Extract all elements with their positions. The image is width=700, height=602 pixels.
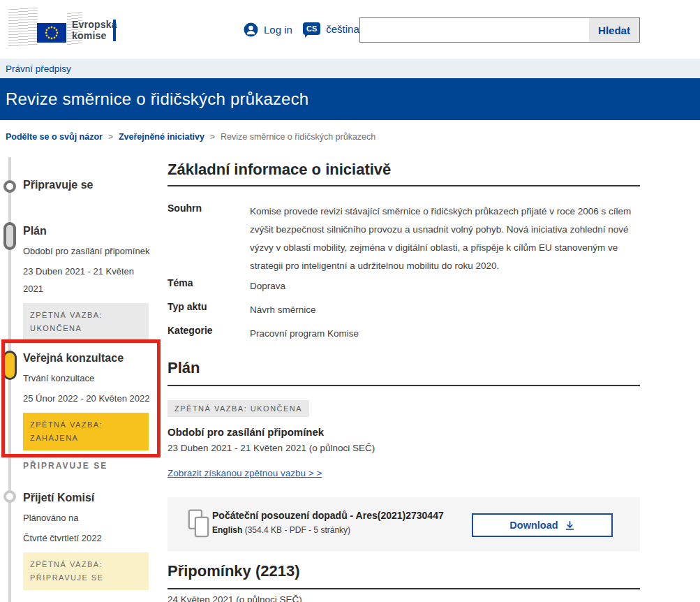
- feedback-closed-badge: ZPĚTNÁ VAZBA: UKONČENA: [167, 400, 309, 417]
- feedback-status-badge: ZPĚTNÁ VAZBA: UKONČENA: [23, 303, 149, 341]
- feedback-period-dates: 23 Duben 2021 - 21 Květen 2021 (o půlnoc…: [167, 443, 375, 453]
- stage-subtitle: Období pro zasílání připomínek: [23, 246, 150, 256]
- badge-line1: ZPĚTNÁ VAZBA:: [30, 420, 103, 429]
- summary-text: Komise provede revizi stávající směrnice…: [250, 203, 640, 275]
- feedback-status-badge: ZPĚTNÁ VAZBA: PŘIPRAVUJE SE: [23, 552, 149, 590]
- summary-label: Souhrn: [167, 203, 250, 214]
- act-type-value: Návrh směrnice: [250, 301, 640, 319]
- document-title: Počáteční posouzení dopadů - Ares(2021)2…: [212, 510, 444, 521]
- stage-title: Připravuje se: [23, 179, 150, 191]
- comments-clipped-text: 24 Květen 2021 (o půlnoci SEČ): [167, 594, 302, 602]
- stage-title: Veřejná konzultace: [23, 352, 150, 365]
- feedback-status-badge: ZPĚTNÁ VAZBA: ZAHÁJENA: [23, 413, 149, 450]
- download-icon: [565, 520, 575, 531]
- badge-line1: ZPĚTNÁ VAZBA:: [30, 560, 103, 568]
- badge-line2: ZAHÁJENA: [30, 434, 78, 442]
- act-type-label: Typ aktu: [167, 301, 250, 312]
- stage-title: Plán: [23, 225, 150, 237]
- badge-line2: PŘIPRAVUJE SE: [30, 573, 104, 582]
- timeline-marker-commission-adoption-icon: [3, 490, 16, 503]
- document-meta: English (354.4 KB - PDF - 5 stránky): [212, 525, 350, 535]
- timeline-stage-public-consultation: Veřejná konzultace Trvání konzultace 25 …: [23, 352, 150, 450]
- badge-line2: UKONČENA: [30, 324, 82, 332]
- download-label: Download: [509, 520, 558, 531]
- timeline-stage-commission-adoption: Přijetí Komisí Plánováno na Čtvrté čtvrt…: [23, 492, 150, 590]
- topic-label: Téma: [167, 277, 250, 288]
- divider: [167, 185, 640, 186]
- stage-subtitle: Plánováno na: [23, 513, 150, 523]
- page: Evropská komise Log in CS čeština Hledat…: [0, 0, 700, 602]
- timeline-upcoming-label: PŘIPRAVUJE SE: [23, 461, 107, 471]
- document-card: Počáteční posouzení dopadů - Ares(2021)2…: [167, 497, 640, 551]
- stage-title: Přijetí Komisí: [23, 492, 150, 504]
- stage-subtitle: Trvání konzultace: [23, 373, 150, 383]
- document-file-info: (354.4 KB - PDF - 5 stránky): [242, 525, 350, 535]
- document-language: English: [212, 525, 242, 535]
- main-content: Základní informace o iniciativě Souhrn K…: [167, 0, 640, 602]
- download-button[interactable]: Download: [472, 513, 613, 537]
- timeline-marker-public-consultation-icon: [3, 351, 17, 380]
- feedback-period-title: Období pro zasílání připomínek: [167, 426, 324, 438]
- document-icon: [187, 508, 211, 540]
- about-heading: Základní informace o iniciativě: [167, 161, 391, 179]
- comments-heading: Připomínky (2213): [167, 562, 300, 580]
- stage-dates: 23 Duben 2021 - 21 Květen 2021: [23, 263, 149, 298]
- stage-dates: 25 Únor 2022 - 20 Květen 2022: [23, 390, 159, 407]
- badge-line1: ZPĚTNÁ VAZBA:: [30, 311, 103, 319]
- timeline-marker-in-preparation-icon: [3, 180, 16, 193]
- divider: [167, 385, 640, 386]
- view-feedback-link[interactable]: Zobrazit získanou zpětnou vazbu > >: [167, 468, 322, 478]
- process-timeline: Připravuje se Plán Období pro zasílání p…: [0, 0, 162, 602]
- topic-value: Doprava: [250, 277, 640, 295]
- timeline-stage-in-preparation: Připravuje se: [23, 179, 150, 200]
- category-label: Kategorie: [167, 325, 250, 336]
- plan-heading: Plán: [167, 359, 200, 377]
- divider: [167, 588, 640, 589]
- category-value: Pracovní program Komise: [250, 325, 640, 343]
- timeline-stage-roadmap: Plán Období pro zasílání připomínek 23 D…: [23, 225, 150, 341]
- stage-dates: Čtvrté čtvrtletí 2022: [23, 529, 150, 547]
- timeline-marker-roadmap-icon: [3, 222, 16, 250]
